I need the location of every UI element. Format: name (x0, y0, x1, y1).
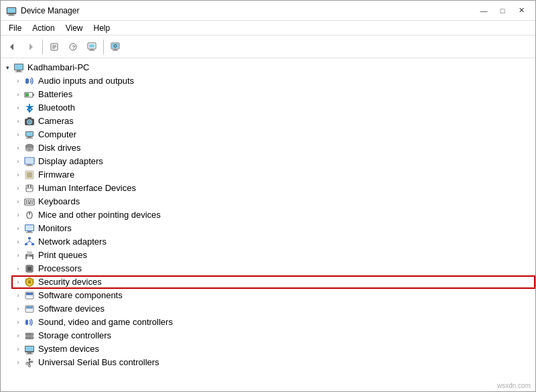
tree-item-system: › System devices (11, 342, 535, 356)
software-devices-label: Software devices (38, 302, 105, 316)
system-row[interactable]: › System devices (11, 342, 535, 356)
bluetooth-expand[interactable]: › (13, 103, 23, 113)
hid-expand[interactable]: › (13, 183, 23, 194)
sound-row[interactable]: › Sound, video and game controllers (11, 316, 535, 329)
usb-row[interactable]: › (11, 356, 535, 369)
software-devices-row[interactable]: › Software devices (11, 302, 535, 316)
audio-row[interactable]: › Audio inputs and outputs (11, 74, 535, 88)
root-row[interactable]: ▾ Kadhambari-PC (1, 61, 535, 74)
storage-label: Storage controllers (38, 329, 111, 342)
software-components-expand[interactable]: › (13, 290, 23, 301)
tree-item-keyboard: › (11, 195, 535, 208)
close-button[interactable]: ✕ (513, 4, 530, 17)
update-button[interactable] (83, 38, 100, 56)
cameras-expand[interactable]: › (13, 116, 23, 127)
svg-point-106 (31, 334, 33, 335)
hid-icon (23, 183, 36, 194)
hid-row[interactable]: › Human Interface Devices (11, 182, 535, 195)
software-devices-expand[interactable]: › (13, 304, 23, 314)
computer-icon (13, 62, 25, 73)
print-label: Print queues (38, 249, 87, 262)
monitors-expand[interactable]: › (13, 223, 23, 234)
menu-view[interactable]: View (60, 22, 88, 34)
storage-expand[interactable]: › (13, 330, 23, 341)
keyboard-row[interactable]: › (11, 195, 535, 208)
usb-expand[interactable]: › (13, 357, 23, 368)
display-row[interactable]: › Display adapters (11, 155, 535, 168)
computer-label: Computer (38, 128, 76, 141)
monitors-icon (23, 223, 36, 234)
monitors-row[interactable]: › Monitors (11, 222, 535, 235)
display-icon (23, 156, 36, 167)
mice-row[interactable]: › Mice and other pointing devices (11, 208, 535, 222)
firmware-expand[interactable]: › (13, 170, 23, 180)
batteries-expand[interactable]: › (13, 89, 23, 100)
disk-row[interactable]: › Disk drives (11, 141, 535, 155)
network-row[interactable]: › Networ (11, 235, 535, 249)
processors-row[interactable]: › (11, 262, 535, 275)
firmware-row[interactable]: › Firmwa (11, 168, 535, 182)
svg-rect-70 (25, 243, 27, 245)
disk-expand[interactable]: › (13, 143, 23, 153)
back-icon (7, 42, 17, 52)
cameras-row[interactable]: › Cameras (11, 115, 535, 128)
window-title: Device Manager (21, 6, 475, 15)
print-row[interactable]: › Print queues (11, 249, 535, 262)
menu-action[interactable]: Action (27, 22, 60, 34)
svg-rect-43 (27, 164, 31, 166)
svg-line-74 (29, 241, 33, 243)
tree-item-software-devices: › Software devices (11, 302, 535, 316)
display-expand[interactable]: › (13, 156, 23, 167)
sound-expand[interactable]: › (13, 317, 23, 328)
svg-text:?: ? (72, 44, 76, 50)
forward-button[interactable] (22, 38, 40, 56)
app-icon (6, 5, 17, 16)
tree-item-display: › Display adapters (11, 155, 535, 168)
computer-expand[interactable]: › (13, 129, 23, 140)
storage-row[interactable]: › Storage controllers (11, 329, 535, 342)
menu-file[interactable]: File (3, 22, 27, 34)
svg-point-64 (29, 213, 30, 214)
cameras-label: Cameras (38, 115, 74, 128)
software-components-row[interactable]: › Software components (11, 289, 535, 302)
svg-rect-2 (9, 14, 13, 15)
batteries-row[interactable]: › Batteries (11, 88, 535, 101)
svg-rect-32 (27, 117, 31, 119)
audio-expand[interactable]: › (13, 76, 23, 86)
show-info-button[interactable]: ? (64, 38, 82, 56)
info-icon: ? (68, 42, 78, 52)
root-expand-arrow[interactable]: ▾ (2, 62, 13, 73)
security-expand[interactable]: › (13, 277, 23, 287)
maximize-button[interactable]: □ (494, 4, 511, 17)
computer-row[interactable]: › Computer (11, 128, 535, 141)
processors-label: Processors (38, 262, 82, 275)
forward-icon (26, 42, 36, 52)
svg-rect-35 (27, 137, 31, 138)
device-tree-area[interactable]: ▾ Kadhambari-PC (1, 58, 535, 391)
system-expand[interactable]: › (13, 344, 23, 354)
svg-rect-68 (26, 233, 33, 233)
svg-point-107 (31, 337, 33, 338)
bluetooth-row[interactable]: › Bluetooth (11, 101, 535, 115)
svg-line-73 (26, 241, 29, 243)
menu-help[interactable]: Help (88, 22, 116, 34)
mice-expand[interactable]: › (13, 210, 23, 220)
network-expand[interactable]: › (13, 237, 23, 247)
svg-rect-13 (89, 44, 94, 48)
keyboard-expand[interactable]: › (13, 196, 23, 207)
svg-rect-53 (30, 185, 31, 188)
svg-rect-15 (89, 50, 94, 50)
minimize-button[interactable]: — (475, 4, 492, 17)
view-properties-button[interactable] (46, 38, 63, 56)
svg-rect-69 (28, 237, 31, 239)
processors-expand[interactable]: › (13, 263, 23, 274)
svg-rect-34 (26, 132, 33, 136)
computer-node-icon (23, 129, 36, 140)
security-row[interactable]: › Security devices (11, 275, 535, 289)
tree-item-disk: › Disk drives (11, 141, 535, 155)
scan-button[interactable] (107, 38, 124, 56)
print-expand[interactable]: › (13, 250, 23, 261)
svg-rect-3 (8, 15, 15, 15)
svg-rect-103 (25, 320, 28, 325)
back-button[interactable] (3, 38, 21, 56)
